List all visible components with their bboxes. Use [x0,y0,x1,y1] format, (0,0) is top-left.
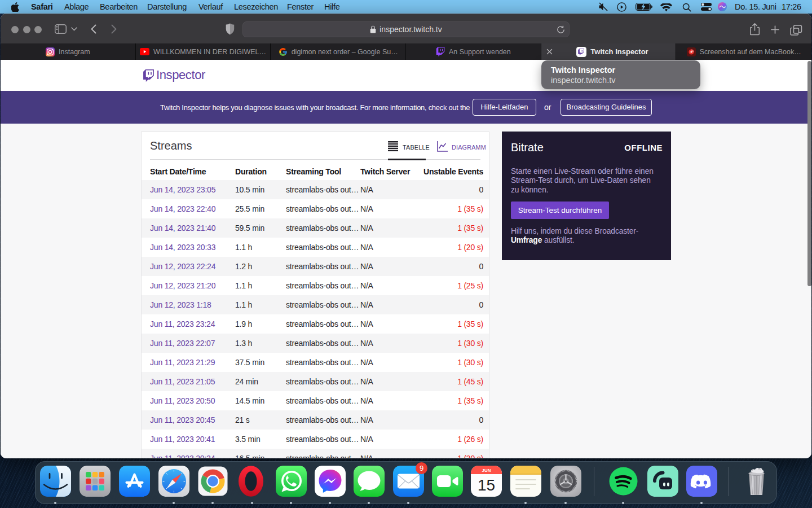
svg-text:JUN: JUN [482,468,491,473]
svg-text:15: 15 [477,476,495,494]
